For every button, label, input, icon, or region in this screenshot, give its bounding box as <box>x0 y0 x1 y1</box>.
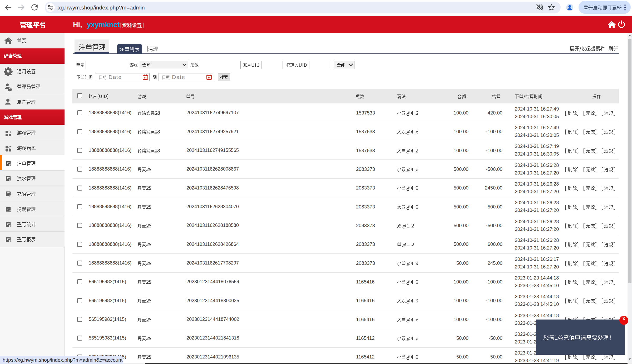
svg-text:31: 31 <box>144 77 147 79</box>
svg-text:31: 31 <box>208 77 211 79</box>
